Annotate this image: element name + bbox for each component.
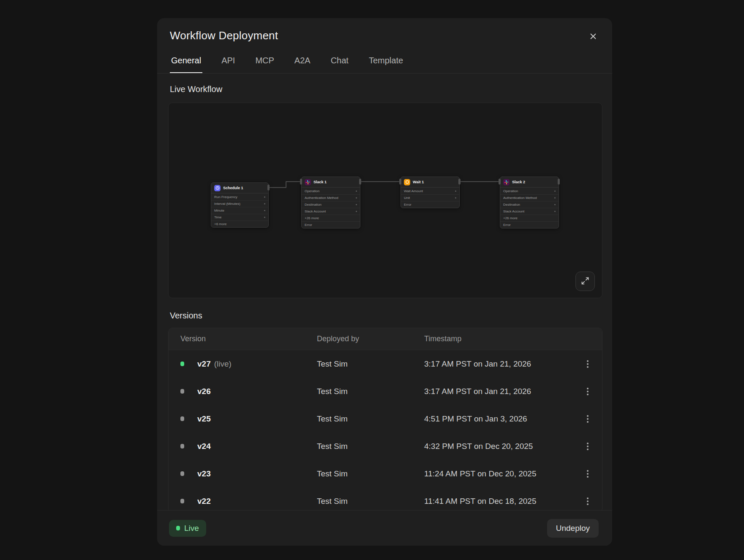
kebab-menu-icon xyxy=(587,415,589,423)
node-field: Wait Amount xyxy=(401,188,459,194)
node-field: Minute xyxy=(211,207,268,214)
node-field: Slack Account xyxy=(302,208,360,215)
input-port[interactable] xyxy=(399,179,401,185)
node-field: Destination xyxy=(302,201,360,208)
node-field-more: +26 more xyxy=(302,215,360,221)
kebab-menu-icon xyxy=(587,443,589,450)
tab-mcp[interactable]: MCP xyxy=(254,56,275,73)
kebab-menu-icon xyxy=(587,360,589,368)
table-row: v25 Test Sim 4:51 PM PST on Jan 3, 2026 xyxy=(169,405,602,432)
workflow-canvas[interactable]: Schedule 1 Run Frequency Interval (Minut… xyxy=(168,103,602,298)
table-row: v22 Test Sim 11:41 AM PST on Dec 18, 202… xyxy=(169,487,602,513)
deployed-by-cell: Test Sim xyxy=(317,359,424,369)
node-title: Wait 1 xyxy=(413,180,424,184)
row-menu-button[interactable] xyxy=(580,439,595,454)
timer-icon xyxy=(404,179,410,185)
field-handle xyxy=(554,211,556,212)
column-header-timestamp: Timestamp xyxy=(424,334,572,343)
column-header-deployed-by: Deployed by xyxy=(317,334,424,343)
workflow-node-schedule-1[interactable]: Schedule 1 Run Frequency Interval (Minut… xyxy=(211,182,269,228)
table-header-row: Version Deployed by Timestamp xyxy=(169,328,602,350)
timestamp-cell: 3:17 AM PST on Jan 21, 2026 xyxy=(424,359,572,369)
live-status-badge: Live xyxy=(169,520,206,537)
close-icon xyxy=(589,36,598,42)
status-dot xyxy=(180,416,184,421)
output-port[interactable] xyxy=(558,179,560,185)
field-handle xyxy=(264,203,265,204)
input-port[interactable] xyxy=(499,179,501,185)
undeploy-button[interactable]: Undeploy xyxy=(547,519,599,538)
timestamp-cell: 11:24 AM PST on Dec 20, 2025 xyxy=(424,469,572,478)
field-handle xyxy=(356,204,357,205)
expand-icon xyxy=(581,277,589,286)
version-label: v22 xyxy=(197,497,211,506)
node-title: Slack 2 xyxy=(512,180,525,184)
node-title: Schedule 1 xyxy=(223,186,243,190)
version-label: v25 xyxy=(197,414,211,424)
versions-table: Version Deployed by Timestamp v27(live) … xyxy=(168,328,602,513)
input-port[interactable] xyxy=(300,179,302,185)
clock-icon xyxy=(214,185,221,191)
output-port[interactable] xyxy=(267,185,270,190)
deployed-by-cell: Test Sim xyxy=(317,469,424,478)
workflow-node-slack-1[interactable]: Slack 1 Operation Authentication Method … xyxy=(301,177,360,228)
version-label: v26 xyxy=(197,387,211,396)
output-port[interactable] xyxy=(359,179,361,185)
node-field: Slack Account xyxy=(500,208,559,215)
kebab-menu-icon xyxy=(587,388,589,395)
tab-template[interactable]: Template xyxy=(368,56,404,73)
close-button[interactable] xyxy=(587,30,600,44)
tab-a2a[interactable]: A2A xyxy=(293,56,312,73)
versions-heading: Versions xyxy=(168,311,602,321)
node-field-error: Error xyxy=(302,221,360,228)
node-field-more: +6 more xyxy=(211,220,268,227)
row-menu-button[interactable] xyxy=(580,466,595,481)
field-handle xyxy=(264,217,265,218)
slack-icon xyxy=(305,179,311,185)
deployed-by-cell: Test Sim xyxy=(317,497,424,506)
deployed-by-cell: Test Sim xyxy=(317,414,424,424)
status-dot xyxy=(180,471,184,476)
status-dot xyxy=(180,389,184,394)
node-title: Slack 1 xyxy=(313,180,327,184)
node-field: Authentication Method xyxy=(500,194,559,201)
status-dot xyxy=(180,499,184,503)
live-status-label: Live xyxy=(184,524,199,533)
table-row: v24 Test Sim 4:32 PM PST on Dec 20, 2025 xyxy=(169,432,602,460)
workflow-node-slack-2[interactable]: Slack 2 Operation Authentication Method … xyxy=(500,177,559,228)
node-field: Run Frequency xyxy=(211,193,268,200)
node-field: Destination xyxy=(500,201,559,208)
table-row: v26 Test Sim 3:17 AM PST on Jan 21, 2026 xyxy=(169,378,602,405)
node-field-error: Error xyxy=(500,221,559,228)
tab-chat[interactable]: Chat xyxy=(330,56,350,73)
workflow-node-wait-1[interactable]: Wait 1 Wait Amount Unit Error xyxy=(401,177,460,208)
row-menu-button[interactable] xyxy=(580,356,595,372)
row-menu-button[interactable] xyxy=(580,411,595,427)
row-menu-button[interactable] xyxy=(580,494,595,509)
live-dot-icon xyxy=(176,526,180,530)
tab-general[interactable]: General xyxy=(170,56,202,73)
version-label: v24 xyxy=(197,442,211,451)
node-field: Operation xyxy=(500,188,559,194)
node-field-error: Error xyxy=(401,201,459,208)
version-label: v27 xyxy=(197,359,211,369)
live-workflow-heading: Live Workflow xyxy=(168,84,602,94)
expand-canvas-button[interactable] xyxy=(575,272,595,291)
timestamp-cell: 11:41 AM PST on Dec 18, 2025 xyxy=(424,497,572,506)
field-handle xyxy=(554,204,556,205)
field-handle xyxy=(554,190,556,192)
table-row: v27(live) Test Sim 3:17 AM PST on Jan 21… xyxy=(169,350,602,378)
modal-header: Workflow Deployment General API MCP A2A … xyxy=(157,18,612,73)
workflow-deployment-modal: Workflow Deployment General API MCP A2A … xyxy=(157,18,612,546)
output-port[interactable] xyxy=(458,179,461,185)
field-handle xyxy=(356,211,357,212)
node-field: Time xyxy=(211,214,268,220)
live-suffix: (live) xyxy=(214,359,232,369)
node-field: Unit xyxy=(401,194,459,201)
tab-api[interactable]: API xyxy=(220,56,236,73)
timestamp-cell: 4:32 PM PST on Dec 20, 2025 xyxy=(424,442,572,451)
row-menu-button[interactable] xyxy=(580,384,595,399)
node-field: Operation xyxy=(302,188,360,194)
field-handle xyxy=(264,196,265,198)
status-dot xyxy=(180,362,184,366)
